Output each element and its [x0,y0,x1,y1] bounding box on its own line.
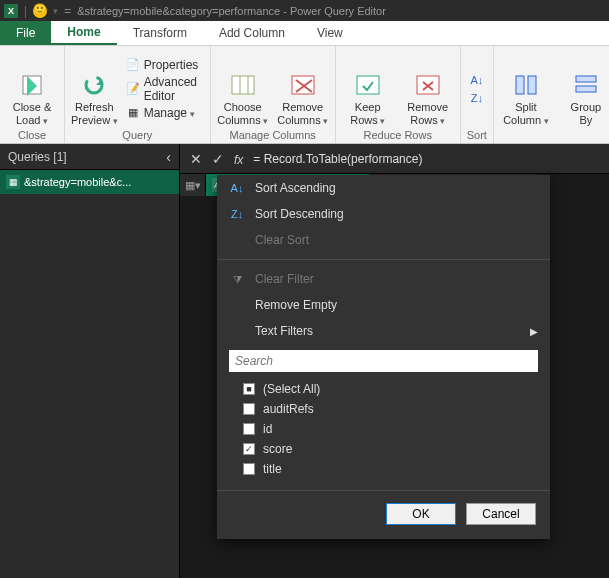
filter-opt-id[interactable]: id [243,422,538,436]
svg-rect-2 [232,76,254,94]
filter-context-menu: A↓ Sort Ascending Z↓ Sort Descending Cle… [217,175,550,539]
group-reduce-rows: Keep Rows Remove Rows Reduce Rows [336,46,461,143]
queries-header: Queries [1] ‹ [0,144,179,170]
tab-add-column[interactable]: Add Column [203,21,301,45]
remove-rows-icon [414,71,442,99]
sort-desc-icon: Z↓ [229,208,245,220]
group-close: Close & Load Close [0,46,65,143]
group-label-close: Close [6,127,58,141]
group-by-button[interactable]: Group By [560,50,609,127]
group-by-icon [572,71,600,99]
filter-opt-auditrefs[interactable]: auditRefs [243,402,538,416]
cancel-formula-icon[interactable]: ✕ [190,151,202,167]
group-query: Refresh Preview 📄 Properties 📝 Advanced … [65,46,211,143]
table-icon: ▦ [6,175,20,189]
titlebar: X | ▾ = &strategy=mobile&category=perfor… [0,0,609,21]
commit-formula-icon[interactable]: ✓ [212,151,224,167]
query-item[interactable]: ▦ &strategy=mobile&c... [0,170,179,194]
svg-rect-8 [357,76,379,94]
choose-columns-button[interactable]: Choose Columns [217,50,269,127]
close-load-icon [18,71,46,99]
manage-icon: ▦ [126,106,140,120]
ribbon-tabs: File Home Transform Add Column View [0,21,609,46]
ribbon: Close & Load Close Refresh Preview 📄 Pro… [0,46,609,144]
svg-rect-13 [528,76,536,94]
formula-text[interactable]: = Record.ToTable(performance) [253,152,422,166]
queries-title: Queries [1] [8,150,67,164]
advanced-editor-button[interactable]: 📝 Advanced Editor [126,75,204,103]
text-filters-item[interactable]: Text Filters ▶ [217,318,550,344]
filter-opt-score[interactable]: ✓ score [243,442,538,456]
tab-transform[interactable]: Transform [117,21,203,45]
group-label-manage-cols: Manage Columns [217,127,329,141]
group-label-reduce-rows: Reduce Rows [342,127,454,141]
main-area: Queries [1] ‹ ▦ &strategy=mobile&c... ✕ … [0,144,609,578]
filter-icon: ⧩ [229,273,245,286]
adv-editor-icon: 📝 [126,82,140,96]
checkbox-indeterminate-icon[interactable]: ■ [243,383,255,395]
formula-bar: ✕ ✓ fx = Record.ToTable(performance) [180,144,609,174]
queries-pane: Queries [1] ‹ ▦ &strategy=mobile&c... [0,144,180,578]
window-title: &strategy=mobile&category=performance - … [77,5,386,17]
clear-filter-item: ⧩ Clear Filter [217,266,550,292]
clear-sort-item: Clear Sort [217,227,550,253]
fx-icon[interactable]: fx [234,151,243,167]
editor-area: ✕ ✓ fx = Record.ToTable(performance) ▦▾ … [180,144,609,578]
cancel-button[interactable]: Cancel [466,503,536,525]
group-label-sort: Sort [467,127,487,141]
split-col-icon [512,71,540,99]
sort-ascending-item[interactable]: A↓ Sort Ascending [217,175,550,201]
sort-asc-button[interactable]: A↓ [470,73,484,87]
keep-rows-button[interactable]: Keep Rows [342,50,394,127]
filter-opt-title[interactable]: title [243,462,538,476]
separator: | [24,4,27,18]
sep-caret[interactable]: ▾ [53,6,58,16]
filter-opt-select-all[interactable]: ■ (Select All) [243,382,538,396]
ok-button[interactable]: OK [386,503,456,525]
group-sort: A↓ Z↓ Sort [461,46,494,143]
chevron-right-icon: ▶ [530,326,538,337]
checkbox-checked-icon[interactable]: ✓ [243,443,255,455]
excel-icon: X [4,4,18,18]
query-name: &strategy=mobile&c... [24,176,173,188]
sort-descending-item[interactable]: Z↓ Sort Descending [217,201,550,227]
split-column-button[interactable]: Split Column [500,50,552,127]
collapse-queries-icon[interactable]: ‹ [166,149,171,165]
group-label-query: Query [71,127,204,141]
sort-desc-button[interactable]: Z↓ [470,91,484,105]
manage-button[interactable]: ▦ Manage [126,106,204,120]
refresh-preview-button[interactable]: Refresh Preview [71,50,118,127]
sort-asc-icon: A↓ [229,182,245,194]
checkbox-icon[interactable] [243,403,255,415]
svg-rect-14 [576,76,596,82]
choose-cols-icon [229,71,257,99]
properties-icon: 📄 [126,58,140,72]
group-manage-columns: Choose Columns Remove Columns Manage Col… [211,46,336,143]
group-transform: Split Column Group By Da T [494,46,609,143]
filter-search-input[interactable] [229,350,538,372]
keep-rows-icon [354,71,382,99]
qat-sep: = [64,4,71,18]
remove-columns-button[interactable]: Remove Columns [277,50,329,127]
svg-rect-15 [576,86,596,92]
smiley-icon[interactable] [33,4,47,18]
tab-file[interactable]: File [0,21,51,45]
properties-button[interactable]: 📄 Properties [126,58,204,72]
refresh-icon [80,71,108,99]
checkbox-icon[interactable] [243,463,255,475]
remove-cols-icon [289,71,317,99]
close-and-load-button[interactable]: Close & Load [6,50,58,127]
tab-home[interactable]: Home [51,21,116,45]
table-corner-icon[interactable]: ▦▾ [180,174,206,196]
remove-rows-button[interactable]: Remove Rows [402,50,454,127]
remove-empty-item[interactable]: Remove Empty [217,292,550,318]
tab-view[interactable]: View [301,21,359,45]
checkbox-icon[interactable] [243,423,255,435]
svg-rect-12 [516,76,524,94]
